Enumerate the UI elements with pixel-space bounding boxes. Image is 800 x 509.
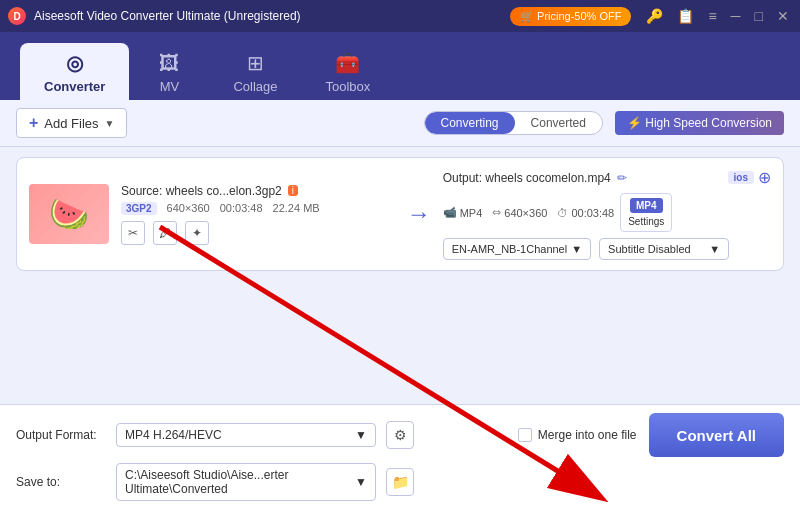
bottom-bar: Output Format: MP4 H.264/HEVC ▼ ⚙ Merge … bbox=[0, 404, 800, 509]
converting-tab[interactable]: Converting bbox=[425, 112, 515, 134]
output-edit-icon[interactable]: ✏ bbox=[617, 171, 627, 185]
output-format-label: Output Format: bbox=[16, 428, 106, 442]
clock-meta-icon: ⏱ bbox=[557, 207, 568, 219]
output-format-select[interactable]: MP4 H.264/HEVC ▼ bbox=[116, 423, 376, 447]
file-item: 🍉 Source: wheels co...elon.3gp2 i 3GP2 6… bbox=[16, 157, 784, 271]
file-list: 🍉 Source: wheels co...elon.3gp2 i 3GP2 6… bbox=[0, 147, 800, 281]
merge-label: Merge into one file bbox=[538, 428, 637, 442]
tab-toolbox[interactable]: 🧰 Toolbox bbox=[302, 43, 395, 100]
tab-collage[interactable]: ⊞ Collage bbox=[209, 43, 301, 100]
filesize-value: 22.24 MB bbox=[273, 202, 320, 214]
close-button[interactable]: ✕ bbox=[774, 8, 792, 24]
duration-value: 00:03:48 bbox=[220, 202, 263, 214]
convert-arrow-icon: → bbox=[407, 200, 431, 228]
add-files-label: Add Files bbox=[44, 116, 98, 131]
output-duration-meta: ⏱ 00:03:48 bbox=[557, 207, 614, 219]
settings-box: MP4 Settings bbox=[620, 193, 672, 232]
menu-icon[interactable]: ≡ bbox=[705, 8, 719, 24]
pricing-button[interactable]: 🛒 Pricing-50% OFF bbox=[510, 7, 631, 26]
tab-converter-label: Converter bbox=[44, 79, 105, 94]
output-format-row: Output Format: MP4 H.264/HEVC ▼ ⚙ Merge … bbox=[16, 413, 784, 457]
output-res-meta: ⇔ 640×360 bbox=[492, 206, 547, 219]
toolbox-icon: 🧰 bbox=[335, 51, 360, 75]
tab-mv-label: MV bbox=[160, 79, 180, 94]
key-icon[interactable]: 🔑 bbox=[643, 8, 666, 24]
minimize-button[interactable]: ─ bbox=[728, 8, 744, 24]
plus-icon: + bbox=[29, 114, 38, 132]
app-title: Aiseesoft Video Converter Ultimate (Unre… bbox=[34, 9, 510, 23]
output-meta-row: 📹 MP4 ⇔ 640×360 ⏱ 00:03:48 bbox=[443, 193, 771, 232]
high-speed-button[interactable]: ⚡ High Speed Conversion bbox=[615, 111, 784, 135]
save-to-select[interactable]: C:\Aiseesoft Studio\Aise...erter Ultimat… bbox=[116, 463, 376, 501]
settings-label[interactable]: Settings bbox=[628, 216, 664, 227]
toolbar: + Add Files ▼ Converting Converted ⚡ Hig… bbox=[0, 100, 800, 147]
tab-bar: ◎ Converter 🖼 MV ⊞ Collage 🧰 Toolbox bbox=[0, 32, 800, 100]
output-meta: 📹 MP4 ⇔ 640×360 ⏱ 00:03:48 bbox=[443, 206, 615, 219]
save-to-row: Save to: C:\Aiseesoft Studio\Aise...erte… bbox=[16, 463, 784, 501]
subtitle-select[interactable]: Subtitle Disabled ▼ bbox=[599, 238, 729, 260]
output-format-select-value: MP4 H.264/HEVC bbox=[125, 428, 222, 442]
tab-converter[interactable]: ◎ Converter bbox=[20, 43, 129, 100]
output-resolution-value: 640×360 bbox=[504, 207, 547, 219]
file-meta-row: 3GP2 640×360 00:03:48 22.24 MB bbox=[121, 202, 395, 215]
dropdown-arrow-icon: ▼ bbox=[105, 118, 115, 129]
save-to-value: C:\Aiseesoft Studio\Aise...erter Ultimat… bbox=[125, 468, 355, 496]
output-section: Output: wheels cocomelon.mp4 ✏ ios ⊕ 📹 M… bbox=[443, 168, 771, 260]
resolution-value: 640×360 bbox=[167, 202, 210, 214]
merge-checkbox[interactable] bbox=[518, 428, 532, 442]
folder-button[interactable]: 📁 bbox=[386, 468, 414, 496]
source-label: Source: wheels co...elon.3gp2 bbox=[121, 184, 282, 198]
output-format-chevron: ▼ bbox=[355, 428, 367, 442]
format-tag: 3GP2 bbox=[121, 202, 157, 215]
cut-button[interactable]: ✂ bbox=[121, 221, 145, 245]
info-badge[interactable]: i bbox=[288, 185, 298, 196]
output-header: Output: wheels cocomelon.mp4 ✏ ios ⊕ bbox=[443, 168, 771, 187]
save-to-label: Save to: bbox=[16, 475, 106, 489]
audio-channel-value: EN-AMR_NB-1Channel bbox=[452, 243, 568, 255]
format-meta-icon: 📹 bbox=[443, 206, 457, 219]
settings-format-badge: MP4 bbox=[630, 198, 663, 213]
add-files-button[interactable]: + Add Files ▼ bbox=[16, 108, 127, 138]
tab-collage-label: Collage bbox=[233, 79, 277, 94]
maximize-button[interactable]: □ bbox=[752, 8, 766, 24]
title-bar: D Aiseesoft Video Converter Ultimate (Un… bbox=[0, 0, 800, 32]
bottom-right: Merge into one file Convert All bbox=[518, 413, 784, 457]
resolution-meta-icon: ⇔ bbox=[492, 206, 501, 219]
add-output-icon[interactable]: ⊕ bbox=[758, 168, 771, 187]
window-controls: 🔑 📋 ≡ ─ □ ✕ bbox=[643, 8, 792, 24]
app-logo: D bbox=[8, 7, 26, 25]
converting-tabs: Converting Converted bbox=[424, 111, 603, 135]
file-thumbnail: 🍉 bbox=[29, 184, 109, 244]
tab-toolbox-label: Toolbox bbox=[326, 79, 371, 94]
subtitle-chevron: ▼ bbox=[709, 243, 720, 255]
converted-tab[interactable]: Converted bbox=[515, 112, 602, 134]
edit-button[interactable]: 🖊 bbox=[153, 221, 177, 245]
convert-all-button[interactable]: Convert All bbox=[649, 413, 784, 457]
tab-mv[interactable]: 🖼 MV bbox=[129, 44, 209, 100]
ios-badge: ios bbox=[728, 171, 754, 184]
file-source-row: Source: wheels co...elon.3gp2 i bbox=[121, 184, 395, 198]
file-actions-row: ✂ 🖊 ✦ bbox=[121, 221, 395, 245]
effects-button[interactable]: ✦ bbox=[185, 221, 209, 245]
clipboard-icon[interactable]: 📋 bbox=[674, 8, 697, 24]
output-format-value: MP4 bbox=[460, 207, 483, 219]
audio-channel-chevron: ▼ bbox=[571, 243, 582, 255]
mv-icon: 🖼 bbox=[159, 52, 179, 75]
converter-icon: ◎ bbox=[66, 51, 83, 75]
audio-channel-select[interactable]: EN-AMR_NB-1Channel ▼ bbox=[443, 238, 591, 260]
format-settings-button[interactable]: ⚙ bbox=[386, 421, 414, 449]
output-label: Output: wheels cocomelon.mp4 bbox=[443, 171, 611, 185]
output-format-meta: 📹 MP4 bbox=[443, 206, 483, 219]
app-window: D Aiseesoft Video Converter Ultimate (Un… bbox=[0, 0, 800, 509]
subtitle-value: Subtitle Disabled bbox=[608, 243, 691, 255]
output-duration-value: 00:03:48 bbox=[571, 207, 614, 219]
collage-icon: ⊞ bbox=[247, 51, 264, 75]
output-selects-row: EN-AMR_NB-1Channel ▼ Subtitle Disabled ▼ bbox=[443, 238, 771, 260]
thumbnail-image: 🍉 bbox=[49, 195, 89, 233]
merge-row: Merge into one file bbox=[518, 428, 637, 442]
save-to-chevron: ▼ bbox=[355, 475, 367, 489]
file-info: Source: wheels co...elon.3gp2 i 3GP2 640… bbox=[121, 184, 395, 245]
